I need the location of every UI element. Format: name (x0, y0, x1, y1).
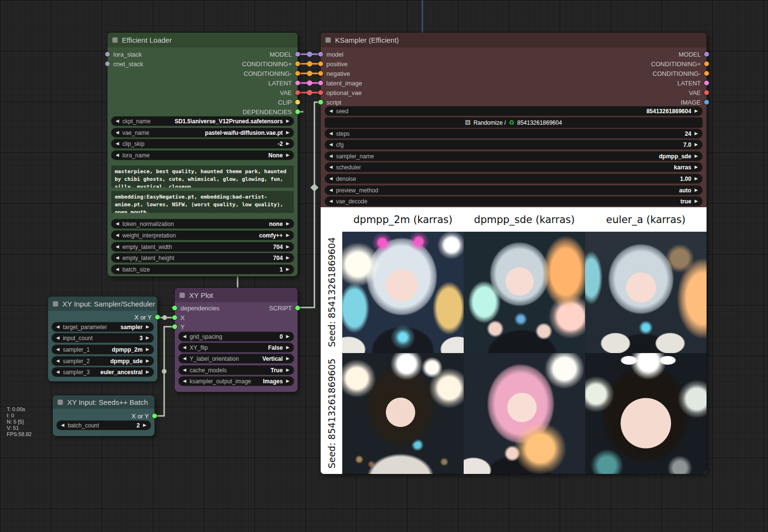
slot-dot-icon[interactable] (295, 52, 300, 57)
stepper-left-icon[interactable]: ◀ (116, 222, 119, 226)
output-slot-conditioning-plus[interactable]: CONDITIONING+ (242, 59, 300, 69)
slot-dot-icon[interactable] (295, 81, 300, 85)
slot-dot-icon[interactable] (295, 306, 300, 310)
widget-cache-models[interactable]: ◀ cache_models True ▶ (179, 366, 294, 375)
slot-dot-icon[interactable] (704, 81, 709, 85)
output-slot-latent[interactable]: LATENT (268, 78, 300, 88)
widget-input-count[interactable]: ◀ input_count 3 ▶ (52, 333, 154, 343)
stepper-left-icon[interactable]: ◀ (56, 359, 60, 363)
stepper-right-icon[interactable]: ▶ (143, 423, 146, 427)
stepper-left-icon[interactable]: ◀ (329, 188, 333, 192)
collapse-box-icon[interactable] (325, 37, 331, 43)
collapse-box-icon[interactable] (112, 37, 118, 43)
widget-ckpt-name[interactable]: ◀ ckpt_name SD1.5\aniverse_V12Pruned.saf… (111, 117, 294, 126)
slot-dot-icon[interactable] (704, 52, 709, 57)
stepper-left-icon[interactable]: ◀ (329, 154, 333, 158)
widget-denoise[interactable]: ◀ denoise 1.00 ▶ (325, 174, 702, 183)
output-slot-script[interactable]: SCRIPT (269, 303, 300, 313)
node-titlebar[interactable]: KSampler (Efficient) (321, 33, 707, 47)
stepper-left-icon[interactable]: ◀ (116, 256, 119, 260)
slot-dot-icon[interactable] (704, 100, 709, 105)
positive-prompt-textarea[interactable]: masterpiece, best quality, haunted theme… (111, 166, 294, 188)
stepper-left-icon[interactable]: ◀ (56, 325, 60, 329)
slot-dot-icon[interactable] (295, 90, 300, 95)
stepper-right-icon[interactable]: ▶ (695, 199, 698, 203)
collapse-box-icon[interactable] (53, 301, 58, 307)
slot-dot-icon[interactable] (704, 90, 709, 95)
stepper-left-icon[interactable]: ◀ (56, 347, 60, 352)
stepper-right-icon[interactable]: ▶ (286, 153, 289, 157)
node-titlebar[interactable]: XY Input: Seeds++ Batch (53, 395, 155, 409)
stepper-left-icon[interactable]: ◀ (183, 368, 186, 372)
stepper-left-icon[interactable]: ◀ (329, 165, 333, 169)
stepper-left-icon[interactable]: ◀ (56, 336, 60, 340)
slot-dot-icon[interactable] (295, 61, 300, 66)
stepper-left-icon[interactable]: ◀ (183, 334, 186, 339)
stepper-left-icon[interactable]: ◀ (116, 142, 119, 146)
slot-dot-icon[interactable] (318, 81, 323, 85)
stepper-right-icon[interactable]: ▶ (286, 119, 289, 123)
widget-sampler-1[interactable]: ◀ sampler_1 dpmpp_2m ▶ (52, 345, 154, 354)
input-slot-optional-vae[interactable]: optional_vae (318, 88, 362, 97)
input-slot-cnet-stack[interactable]: cnet_stack (105, 59, 143, 69)
widget-grid-spacing[interactable]: ◀ grid_spacing 0 ▶ (179, 332, 294, 341)
randomize-seed-button[interactable]: ⚄ Randomize / ♻ 85413261869604 (325, 118, 702, 128)
widget-scheduler[interactable]: ◀ scheduler karras ▶ (325, 163, 702, 172)
output-slot-model[interactable]: MODEL (270, 49, 300, 59)
stepper-left-icon[interactable]: ◀ (56, 370, 60, 374)
output-slot-conditioning-minus[interactable]: CONDITIONING- (244, 69, 300, 78)
widget-ksampler-output-image[interactable]: ◀ ksampler_output_image Images ▶ (179, 377, 294, 386)
stepper-right-icon[interactable]: ▶ (146, 370, 149, 374)
node-graph-canvas[interactable]: Efficient Loader lora_stack cnet_stack M… (0, 0, 768, 532)
stepper-right-icon[interactable]: ▶ (695, 165, 698, 169)
widget-target-parameter[interactable]: ◀ target_parameter sampler ▶ (52, 322, 154, 331)
input-slot-script[interactable]: script (318, 97, 341, 107)
stepper-right-icon[interactable]: ▶ (695, 154, 698, 158)
stepper-right-icon[interactable]: ▶ (286, 142, 289, 146)
slot-dot-icon[interactable] (704, 71, 709, 76)
slot-dot-icon[interactable] (295, 71, 300, 76)
slot-dot-icon[interactable] (318, 100, 323, 105)
input-slot-model[interactable]: model (318, 49, 343, 59)
stepper-right-icon[interactable]: ▶ (286, 256, 289, 260)
slot-dot-icon[interactable] (295, 100, 300, 105)
collapse-box-icon[interactable] (58, 400, 63, 405)
negative-prompt-textarea[interactable]: embedding:EasyNegative.pt, embedding:bad… (111, 191, 294, 213)
slot-dot-icon[interactable] (318, 61, 323, 66)
widget-cfg[interactable]: ◀ cfg 7.0 ▶ (325, 140, 702, 149)
stepper-left-icon[interactable]: ◀ (183, 379, 186, 383)
input-slot-dependencies[interactable]: dependencies (172, 303, 219, 313)
stepper-left-icon[interactable]: ◀ (329, 131, 333, 136)
stepper-right-icon[interactable]: ▶ (146, 359, 149, 363)
widget-clip-skip[interactable]: ◀ clip_skip -2 ▶ (111, 139, 294, 148)
stepper-left-icon[interactable]: ◀ (329, 109, 333, 113)
output-slot-clip[interactable]: CLIP (278, 97, 300, 107)
stepper-left-icon[interactable]: ◀ (116, 153, 119, 157)
slot-dot-icon[interactable] (172, 324, 177, 329)
stepper-right-icon[interactable]: ▶ (286, 368, 289, 372)
widget-xy-flip[interactable]: ◀ XY_flip False ▶ (179, 343, 294, 352)
stepper-left-icon[interactable]: ◀ (183, 356, 186, 361)
widget-token-normalization[interactable]: ◀ token_normalization none ▶ (111, 219, 294, 228)
stepper-left-icon[interactable]: ◀ (116, 267, 119, 272)
stepper-right-icon[interactable]: ▶ (286, 233, 289, 237)
stepper-right-icon[interactable]: ▶ (286, 245, 289, 249)
slot-dot-icon[interactable] (155, 315, 160, 319)
slot-dot-icon[interactable] (152, 414, 157, 418)
widget-batch-count[interactable]: ◀ batch_count 2 ▶ (57, 421, 151, 430)
stepper-right-icon[interactable]: ▶ (286, 130, 289, 135)
stepper-right-icon[interactable]: ▶ (286, 267, 289, 272)
widget-sampler-2[interactable]: ◀ sampler_2 dpmpp_sde ▶ (52, 356, 154, 366)
slot-dot-icon[interactable] (172, 306, 177, 310)
stepper-right-icon[interactable]: ▶ (146, 325, 149, 329)
node-titlebar[interactable]: Efficient Loader (108, 33, 298, 47)
slot-dot-icon[interactable] (172, 315, 177, 320)
stepper-right-icon[interactable]: ▶ (286, 345, 289, 350)
slot-dot-icon[interactable] (295, 109, 300, 114)
widget-lora-name[interactable]: ◀ lora_name None ▶ (111, 151, 294, 160)
output-slot-vae[interactable]: VAE (280, 88, 300, 97)
collapse-box-icon[interactable] (180, 293, 185, 298)
stepper-right-icon[interactable]: ▶ (695, 142, 698, 147)
input-slot-lora-stack[interactable]: lora_stack (105, 49, 142, 59)
stepper-left-icon[interactable]: ◀ (329, 199, 333, 203)
